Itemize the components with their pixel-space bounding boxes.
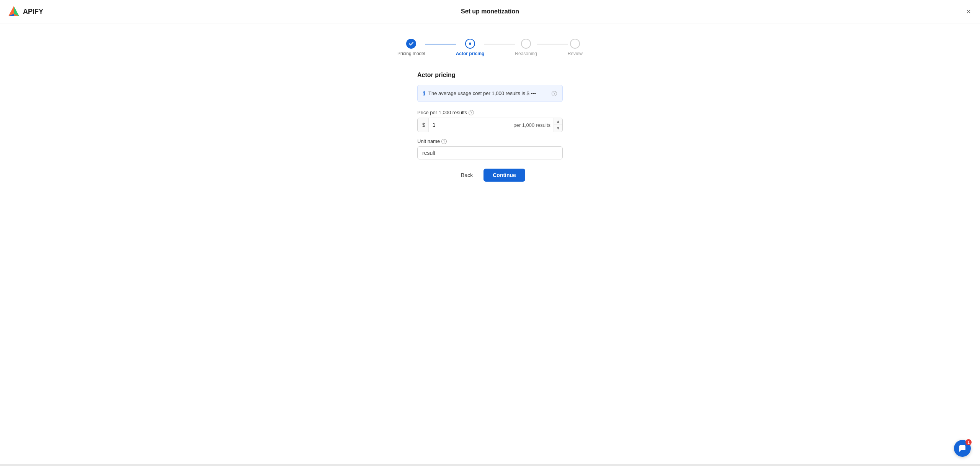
step-actor-pricing: Actor pricing [456,39,485,56]
price-suffix: per 1,000 results [510,122,554,128]
connector-1-2 [425,44,456,44]
step-label-3: Reasoning [515,51,537,56]
price-input-wrapper: $ per 1,000 results ▲ ▼ [417,118,563,132]
price-stepper: ▲ ▼ [554,118,562,132]
step-label-1: Pricing model [397,51,425,56]
step-circle-2 [465,39,475,49]
unit-name-field-group: Unit name ? [417,138,563,159]
unit-name-help-icon[interactable]: ? [441,139,447,144]
step-circle-4 [570,39,580,49]
connector-2-3 [484,44,515,44]
apify-logo-icon [8,5,20,18]
info-box: ℹ The average usage cost per 1,000 resul… [417,85,563,102]
logo: APIFY [8,5,43,18]
price-field-group: Price per 1,000 results ? $ per 1,000 re… [417,110,563,132]
info-help-icon[interactable]: ? [552,91,557,96]
header: APIFY Set up monetization × [0,0,980,23]
unit-name-field-label: Unit name ? [417,138,563,144]
continue-button[interactable]: Continue [483,169,525,182]
step-pricing-model: Pricing model [397,39,425,56]
main-content: Pricing model Actor pricing Reasoning Re… [0,23,980,197]
back-button[interactable]: Back [455,169,479,182]
button-row: Back Continue [417,169,563,182]
close-button[interactable]: × [965,6,972,17]
bottom-bar [0,464,980,466]
step-circle-3 [521,39,531,49]
step-label-4: Review [568,51,583,56]
price-prefix: $ [418,118,429,132]
step-review: Review [568,39,583,56]
chat-badge: 1 [965,439,972,445]
step-reasoning: Reasoning [515,39,537,56]
svg-point-3 [469,43,471,45]
price-input[interactable] [429,119,510,131]
info-icon: ℹ [423,90,425,97]
header-title: Set up monetization [461,8,519,15]
price-increment-button[interactable]: ▲ [554,118,562,125]
logo-text: APIFY [23,8,43,16]
chat-icon [959,445,966,452]
connector-3-4 [537,44,568,44]
price-help-icon[interactable]: ? [469,110,474,115]
unit-name-input[interactable] [417,146,563,159]
price-decrement-button[interactable]: ▼ [554,125,562,132]
step-label-2: Actor pricing [456,51,485,56]
stepper: Pricing model Actor pricing Reasoning Re… [397,39,583,56]
chat-widget[interactable]: 1 [954,440,971,457]
form-container: Actor pricing ℹ The average usage cost p… [417,72,563,182]
info-text: The average usage cost per 1,000 results… [428,90,536,96]
section-title: Actor pricing [417,72,563,79]
price-field-label: Price per 1,000 results ? [417,110,563,115]
step-circle-1 [406,39,416,49]
